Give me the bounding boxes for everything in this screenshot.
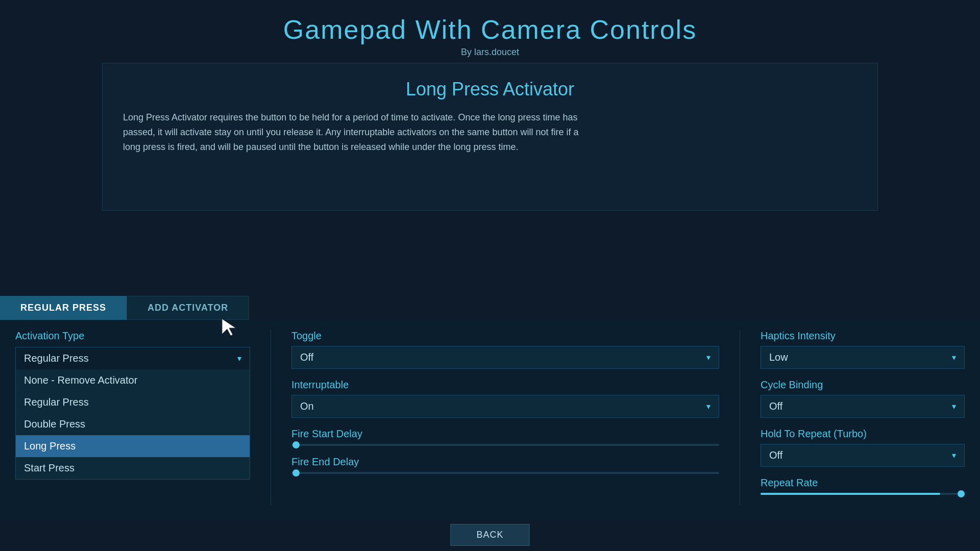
dropdown-main[interactable]: Regular Press ▾ — [15, 347, 250, 369]
haptics-value: Low — [769, 352, 788, 363]
page-title-area: Gamepad With Camera Controls By lars.dou… — [0, 0, 980, 63]
back-button-area: BACK — [450, 524, 529, 546]
hold-to-repeat-group: Hold To Repeat (Turbo) Off ▾ — [761, 428, 965, 467]
fire-start-delay-group: Fire Start Delay — [291, 428, 719, 446]
page-subtitle: By lars.doucet — [0, 47, 980, 58]
activation-type-label: Activation Type — [15, 330, 250, 342]
fire-end-delay-group: Fire End Delay — [291, 456, 719, 474]
dropdown-option-long[interactable]: Long Press — [16, 435, 250, 457]
tabs-bar: REGULAR PRESS ADD ACTIVATOR — [0, 296, 980, 320]
interruptable-chevron-icon: ▾ — [706, 402, 710, 411]
repeat-rate-group: Repeat Rate — [761, 477, 965, 495]
cycle-binding-group: Cycle Binding Off ▾ — [761, 379, 965, 418]
cycle-binding-select[interactable]: Off ▾ — [761, 395, 965, 418]
interruptable-group: Interruptable On ▾ — [291, 379, 719, 418]
chevron-down-icon: ▾ — [237, 354, 241, 363]
toggle-chevron-icon: ▾ — [706, 353, 710, 362]
tab-regular-press[interactable]: REGULAR PRESS — [0, 296, 127, 320]
haptics-select[interactable]: Low ▾ — [761, 346, 965, 369]
dropdown-list: None - Remove Activator Regular Press Do… — [15, 369, 250, 480]
tab-add-activator[interactable]: ADD ACTIVATOR — [127, 296, 249, 320]
right-column: Haptics Intensity Low ▾ Cycle Binding Of… — [740, 330, 965, 505]
dropdown-option-regular[interactable]: Regular Press — [16, 391, 250, 413]
interruptable-label: Interruptable — [291, 379, 719, 391]
repeat-rate-thumb[interactable] — [958, 490, 965, 497]
haptics-label: Haptics Intensity — [761, 330, 965, 342]
panel-description: Long Press Activator requires the button… — [123, 110, 582, 154]
mid-column: Toggle Off ▾ Interruptable On ▾ Fire Sta… — [271, 330, 740, 505]
repeat-rate-label: Repeat Rate — [761, 477, 965, 489]
fire-end-delay-label: Fire End Delay — [291, 456, 719, 468]
dropdown-option-none[interactable]: None - Remove Activator — [16, 369, 250, 391]
cycle-binding-label: Cycle Binding — [761, 379, 965, 391]
hold-to-repeat-select[interactable]: Off ▾ — [761, 444, 965, 467]
activation-type-dropdown[interactable]: Regular Press ▾ None - Remove Activator … — [15, 347, 250, 369]
hold-to-repeat-value: Off — [769, 449, 782, 461]
left-column: Activation Type Regular Press ▾ None - R… — [15, 330, 271, 505]
haptics-group: Haptics Intensity Low ▾ — [761, 330, 965, 369]
toggle-select[interactable]: Off ▾ — [291, 346, 719, 369]
toggle-value: Off — [300, 352, 313, 363]
cycle-binding-value: Off — [769, 400, 782, 412]
dropdown-selected-value: Regular Press — [24, 353, 89, 364]
fire-end-delay-track — [291, 472, 719, 474]
fire-end-delay-thumb[interactable] — [292, 469, 300, 477]
hold-to-repeat-label: Hold To Repeat (Turbo) — [761, 428, 965, 440]
controls-area: Activation Type Regular Press ▾ None - R… — [0, 320, 980, 520]
page-title: Gamepad With Camera Controls — [0, 14, 980, 45]
panel-title: Long Press Activator — [123, 79, 857, 100]
fire-start-delay-track — [291, 444, 719, 446]
haptics-chevron-icon: ▾ — [952, 353, 956, 362]
dropdown-option-double[interactable]: Double Press — [16, 413, 250, 435]
repeat-rate-track — [761, 493, 965, 495]
back-button[interactable]: BACK — [450, 524, 529, 546]
hold-to-repeat-chevron-icon: ▾ — [952, 450, 956, 460]
repeat-rate-fill — [761, 493, 940, 495]
fire-start-delay-thumb[interactable] — [292, 441, 300, 448]
interruptable-select[interactable]: On ▾ — [291, 395, 719, 418]
cycle-binding-chevron-icon: ▾ — [952, 402, 956, 411]
dropdown-option-start[interactable]: Start Press — [16, 457, 250, 479]
toggle-label: Toggle — [291, 330, 719, 342]
bottom-section: REGULAR PRESS ADD ACTIVATOR Activation T… — [0, 296, 980, 520]
toggle-group: Toggle Off ▾ — [291, 330, 719, 369]
fire-start-delay-label: Fire Start Delay — [291, 428, 719, 440]
main-panel: Long Press Activator Long Press Activato… — [102, 63, 878, 211]
interruptable-value: On — [300, 400, 314, 412]
